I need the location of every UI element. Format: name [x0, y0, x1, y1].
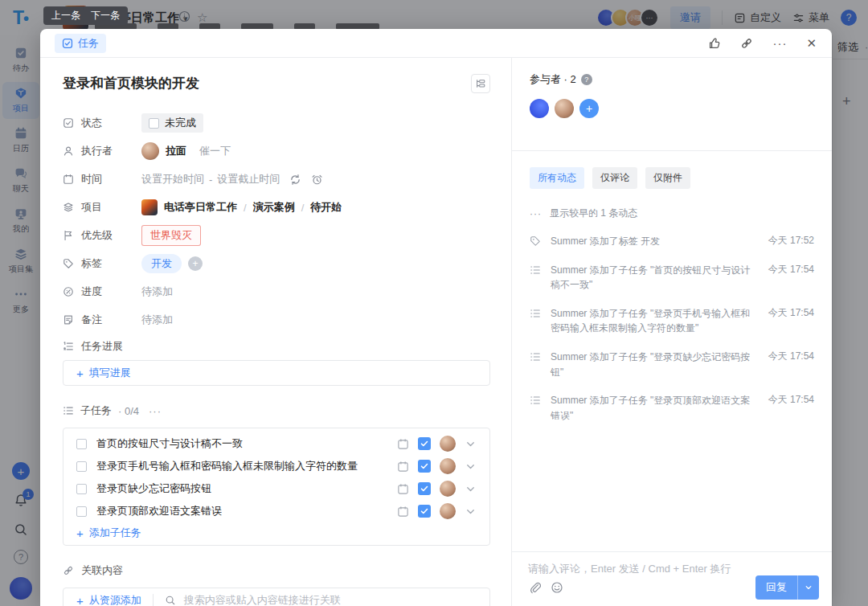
chevron-down-icon [805, 583, 813, 592]
person-icon [63, 145, 74, 157]
urge-button[interactable]: 催一下 [199, 144, 231, 158]
more-icon[interactable]: ··· [772, 37, 787, 49]
search-icon [165, 595, 176, 606]
activity-item: Summer 添加了标签 开发 今天 17:52 [530, 234, 814, 249]
chevron-down-icon[interactable] [465, 483, 477, 495]
percent-circle-icon [63, 286, 74, 297]
field-label: 进度 [63, 285, 141, 299]
activity-item: Summer 添加了子任务 "登录页缺少忘记密码按钮" 今天 17:54 [530, 350, 814, 379]
stage-crumb[interactable]: 待开始 [310, 200, 342, 215]
subtask-checkbox[interactable] [76, 484, 87, 494]
assignee-name[interactable]: 拉面 [166, 144, 186, 158]
set-start-date[interactable]: 设置开始时间 [141, 172, 204, 186]
subtask-list-icon [63, 405, 74, 416]
add-participant-button[interactable]: + [579, 99, 599, 118]
comment-input[interactable]: 请输入评论，Enter 发送 / Cmd + Enter 换行 [528, 562, 816, 576]
subtask-row[interactable]: 登录页缺少忘记密码按钮 [63, 477, 489, 500]
subtask-row[interactable]: 登录页顶部欢迎语文案错误 [63, 500, 489, 522]
subtasks-box: 首页的按钮尺寸与设计稿不一致 登录页手机号输入框和密码输入框未限制输入字符的数量 [63, 428, 490, 546]
field-label: 备注 [63, 313, 141, 327]
outline-view-button[interactable] [471, 74, 490, 93]
field-note: 备注 待添加 [63, 311, 490, 329]
subtask-checkbox[interactable] [76, 506, 87, 517]
attachment-icon[interactable] [528, 581, 541, 594]
emoji-icon[interactable] [551, 581, 563, 594]
calendar-icon[interactable] [397, 438, 409, 450]
field-label: 优先级 [63, 228, 141, 243]
help-badge-icon[interactable]: ? [581, 74, 592, 85]
divider [153, 594, 154, 606]
link-search-input[interactable]: 搜索内容或贴入内容链接进行关联 [165, 593, 341, 606]
status-checkbox[interactable] [149, 118, 159, 129]
task-activity-column: 参与者 · 2 ? + 所有动态 仅评论 仅附件 ··· 显示较早的 1 条 [511, 58, 832, 606]
activity-time: 今天 17:54 [768, 393, 814, 407]
task-type-icon[interactable] [418, 460, 431, 473]
filter-attachments-only[interactable]: 仅附件 [645, 167, 690, 189]
field-label: 状态 [63, 116, 141, 130]
repeat-icon[interactable] [289, 174, 301, 186]
calendar-icon[interactable] [397, 461, 409, 473]
subtask-assignee-avatar[interactable] [440, 503, 456, 519]
filter-comments-only[interactable]: 仅评论 [592, 167, 637, 189]
tasklist-crumb[interactable]: 演示案例 [253, 200, 295, 215]
chevron-down-icon[interactable] [465, 438, 477, 450]
note-icon [63, 314, 74, 326]
activity-item: Summer 添加了子任务 "登录页手机号输入框和密码输入框未限制输入字符的数量… [530, 306, 814, 336]
note-placeholder[interactable]: 待添加 [141, 313, 173, 327]
add-from-resource-button[interactable]: +从资源添加 [76, 593, 141, 606]
next-item-button[interactable]: 下一条 [83, 6, 128, 25]
modal-header: 任务 ··· ✕ [40, 29, 832, 58]
task-fields: 状态 未完成 执行者 [63, 114, 490, 354]
subtask-checkbox[interactable] [76, 461, 87, 472]
filter-all-activity[interactable]: 所有动态 [530, 167, 584, 189]
participants-section: 参与者 · 2 ? + [512, 58, 832, 151]
task-type-icon[interactable] [418, 437, 431, 450]
subtasks-more-icon[interactable]: ··· [149, 405, 162, 417]
check-square-icon [63, 117, 74, 129]
subtask-checkbox[interactable] [76, 439, 87, 449]
subtask-list-icon [530, 395, 541, 406]
field-time: 时间 设置开始时间 - 设置截止时间 [63, 170, 490, 188]
copy-link-icon[interactable] [740, 37, 753, 50]
subtask-row[interactable]: 登录页手机号输入框和密码输入框未限制输入字符的数量 [63, 455, 489, 477]
field-assignee: 执行者 拉面 催一下 [63, 142, 490, 160]
add-tag-icon[interactable]: + [188, 256, 203, 271]
subtask-assignee-avatar[interactable] [440, 458, 456, 474]
subtask-row[interactable]: 首页的按钮尺寸与设计稿不一致 [63, 432, 489, 455]
subtask-list-icon [530, 308, 541, 319]
set-due-date[interactable]: 设置截止时间 [217, 172, 280, 186]
tag-chip[interactable]: 开发 [141, 254, 182, 273]
priority-chip[interactable]: 世界毁灭 [141, 225, 201, 246]
like-icon[interactable] [708, 37, 721, 50]
add-subtask-button[interactable]: +添加子任务 [63, 522, 489, 543]
task-title[interactable]: 登录和首页模块的开发 [63, 74, 471, 93]
status-chip[interactable]: 未完成 [141, 113, 203, 133]
task-type-icon[interactable] [418, 482, 431, 495]
assignee-avatar[interactable] [141, 142, 159, 160]
reply-split-button: 回复 [755, 575, 819, 600]
participant-avatar[interactable] [530, 99, 549, 118]
calendar-icon[interactable] [397, 483, 409, 495]
participant-avatar[interactable] [555, 99, 574, 118]
activity-time: 今天 17:52 [768, 234, 814, 248]
section-task-progress: 任务进展 [63, 339, 490, 354]
chevron-down-icon[interactable] [465, 461, 477, 473]
project-crumb[interactable]: 电话亭日常工作 [164, 200, 237, 215]
screen: T• 电话亭日常工作▾ ☆ 小哑 ··· 邀请 [0, 0, 868, 606]
close-icon[interactable]: ✕ [806, 37, 817, 49]
subtask-assignee-avatar[interactable] [440, 481, 456, 497]
add-progress-box[interactable]: +填写进展 [63, 360, 490, 386]
prev-item-button[interactable]: 上一条 [43, 6, 88, 25]
chevron-down-icon[interactable] [465, 506, 477, 518]
reply-button[interactable]: 回复 [755, 575, 797, 600]
calendar-icon [63, 174, 74, 185]
show-earlier-button[interactable]: ··· 显示较早的 1 条动态 [530, 207, 814, 220]
progress-placeholder[interactable]: 待添加 [141, 285, 173, 299]
task-type-icon[interactable] [418, 505, 431, 518]
reply-dropdown-button[interactable] [797, 575, 819, 600]
task-type-badge[interactable]: 任务 [55, 34, 106, 53]
calendar-icon[interactable] [397, 506, 409, 518]
subtask-assignee-avatar[interactable] [440, 436, 456, 452]
field-priority: 优先级 世界毁灭 [63, 227, 490, 244]
reminder-icon[interactable] [311, 174, 323, 186]
